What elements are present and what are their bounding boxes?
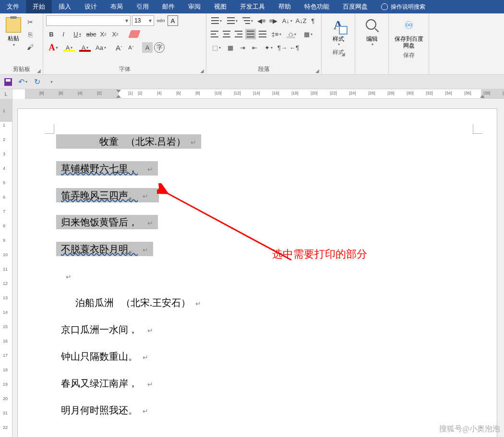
fill-button[interactable]: ⬚▾ — [209, 42, 224, 53]
cut-button[interactable]: ✂ — [26, 18, 35, 27]
qat-customize[interactable]: ▾ — [47, 78, 56, 86]
tab-selector[interactable]: L — [0, 89, 12, 99]
menu-design[interactable]: 设计 — [78, 0, 104, 13]
poem2-line1: 京口瓜洲一水间， — [61, 324, 138, 335]
sort-button[interactable]: A↓Z — [296, 15, 306, 26]
save-icon — [4, 78, 12, 86]
char-shading-button[interactable]: A — [142, 42, 153, 53]
menu-home[interactable]: 开始 — [26, 0, 52, 13]
menu-layout[interactable]: 布局 — [104, 0, 130, 13]
char-border-button[interactable]: A — [168, 15, 178, 26]
strikethrough-button[interactable]: abc — [86, 29, 96, 39]
poem1-line2: 笛弄晚风三四声。 — [61, 190, 138, 201]
multilevel-button[interactable]: ▾ — [240, 15, 255, 26]
horizontal-ruler[interactable]: |8||6||4||2||1||2||4||6||8||10||12||14||… — [25, 89, 504, 99]
align-right-button[interactable] — [233, 29, 244, 39]
menu-developer[interactable]: 开发工具 — [233, 0, 272, 13]
paragraph-group-label: 段落 ◢ — [209, 63, 318, 74]
align-justify-button[interactable] — [245, 29, 256, 39]
bullets-button[interactable]: ▾ — [209, 15, 224, 26]
menu-special[interactable]: 特色功能 — [298, 0, 336, 13]
asian-layout-button[interactable]: ✦▾ — [261, 42, 276, 53]
decrease-indent-button[interactable]: ◀≡ — [256, 15, 267, 26]
clipboard-group-label: 剪贴板 ◢ — [3, 63, 40, 74]
menu-file[interactable]: 文件 — [0, 0, 26, 13]
vertical-ruler[interactable]: 112345678910111213141516171819202122 — [0, 99, 12, 437]
menu-review[interactable]: 审阅 — [181, 0, 207, 13]
menu-view[interactable]: 视图 — [207, 0, 233, 13]
poem2-line2: 钟山只隔数重山。 — [61, 351, 138, 362]
paste-icon — [6, 17, 21, 33]
highlight-button[interactable]: A▾ — [62, 42, 76, 53]
distributed-button[interactable] — [257, 29, 268, 39]
poem1-author: （北宋.吕岩） — [126, 136, 186, 147]
format-painter-button[interactable]: 🖌 — [26, 43, 35, 52]
numbering-button[interactable]: ▾ — [225, 15, 240, 26]
menu-references[interactable]: 引用 — [130, 0, 156, 13]
indent-left-button[interactable]: ⇤ — [249, 42, 260, 53]
text-effects-button[interactable]: A▾ — [46, 42, 60, 53]
align-center-button[interactable] — [221, 29, 232, 39]
superscript-button[interactable]: X2 — [110, 29, 120, 39]
styles-label: 样式 — [333, 35, 344, 42]
borders-button[interactable]: ▦▾ — [301, 29, 315, 39]
save-baidu-button[interactable]: ♾ 保存到百度网盘 — [392, 15, 426, 49]
snap-grid-button[interactable]: ▦ — [225, 42, 236, 53]
annotation-text: 选中需要打印的部分 — [272, 247, 367, 261]
poem2-author: （北宋.王安石） — [121, 297, 191, 308]
text-direction-button[interactable]: A↓▾ — [280, 15, 295, 26]
clipboard-launcher[interactable]: ◢ — [37, 68, 41, 73]
shading-button[interactable]: ◇▾ — [285, 29, 300, 39]
redo-button[interactable]: ↻ — [33, 78, 41, 86]
enclose-char-button[interactable]: 字 — [154, 42, 165, 53]
underline-button[interactable]: U▾ — [70, 29, 84, 39]
undo-button[interactable]: ↶ ▾ — [18, 78, 27, 86]
tab-button[interactable]: ⇥ — [237, 42, 248, 53]
paste-label: 粘贴 — [8, 35, 19, 43]
save-button[interactable] — [4, 78, 12, 86]
document-area: 112345678910111213141516171819202122 牧童 … — [0, 99, 504, 437]
document-page[interactable]: 牧童 （北宋.吕岩）↵ 草铺横野六七里， ↵ 笛弄晚风三四声。↵ 归来饱饭黄昏后… — [17, 108, 497, 437]
font-size-combo[interactable]: 13▾ — [132, 15, 154, 26]
menu-insert[interactable]: 插入 — [52, 0, 78, 13]
change-case-button[interactable]: Aa▾ — [94, 42, 108, 53]
paste-button[interactable]: 粘贴 ▾ — [3, 15, 24, 47]
tell-me-label: 操作说明搜索 — [391, 3, 425, 11]
ribbon: 粘贴 ▾ ✂ ⎘ 🖌 剪贴板 ◢ ▾ — [0, 13, 504, 75]
grow-font-button[interactable]: A˄ — [114, 42, 124, 53]
font-launcher[interactable]: ◢ — [200, 68, 204, 73]
font-name-combo[interactable]: ▾ — [46, 15, 131, 26]
align-left-button[interactable] — [209, 29, 220, 39]
tell-me-search[interactable]: 操作说明搜索 — [374, 0, 432, 13]
menu-baidu[interactable]: 百度网盘 — [336, 0, 374, 13]
eraser-button[interactable] — [129, 29, 140, 39]
shrink-font-button[interactable]: A˅ — [126, 42, 136, 53]
bold-button[interactable]: B — [46, 29, 57, 39]
phonetic-guide-button[interactable]: wén — [156, 15, 166, 26]
poem1-line3: 归来饱饭黄昏后， — [61, 217, 138, 227]
group-clipboard: 粘贴 ▾ ✂ ⎘ 🖌 剪贴板 ◢ — [0, 13, 43, 74]
lightbulb-icon — [381, 3, 388, 10]
increase-indent-button[interactable]: ≡▶ — [268, 15, 279, 26]
paste-dropdown[interactable]: ▾ — [13, 43, 15, 47]
save-group-label: 保存 — [403, 49, 415, 60]
show-marks-button[interactable]: ¶ — [308, 15, 318, 26]
subscript-button[interactable]: X2 — [98, 29, 108, 39]
line-spacing-button[interactable]: ‡≡▾ — [269, 29, 284, 39]
group-styles: A 样式 ▾ 样式 ◢ — [322, 13, 355, 74]
copy-button[interactable]: ⎘ — [26, 31, 35, 39]
styles-button[interactable]: A 样式 ▾ — [330, 15, 347, 47]
paragraph-launcher[interactable]: ◢ — [315, 68, 319, 73]
poem2-line4: 明月何时照我还。 — [61, 405, 138, 415]
rtl-button[interactable]: ←¶ — [289, 42, 300, 53]
editing-button[interactable]: 编辑 ▾ — [364, 15, 380, 47]
ltr-button[interactable]: ¶→ — [277, 42, 288, 53]
poem2-line3: 春风又绿江南岸， — [61, 378, 138, 389]
group-paragraph: ▾ ▾ ▾ ◀≡ ≡▶ A↓▾ A↓Z ¶ ‡≡▾ ◇▾ — [206, 13, 322, 74]
editing-label: 编辑 — [366, 35, 378, 42]
italic-button[interactable]: I — [58, 29, 69, 39]
menu-help[interactable]: 帮助 — [272, 0, 298, 13]
styles-launcher[interactable]: ◢ — [341, 51, 345, 57]
menu-mailings[interactable]: 邮件 — [156, 0, 181, 13]
font-color-button[interactable]: A▾ — [78, 42, 92, 53]
